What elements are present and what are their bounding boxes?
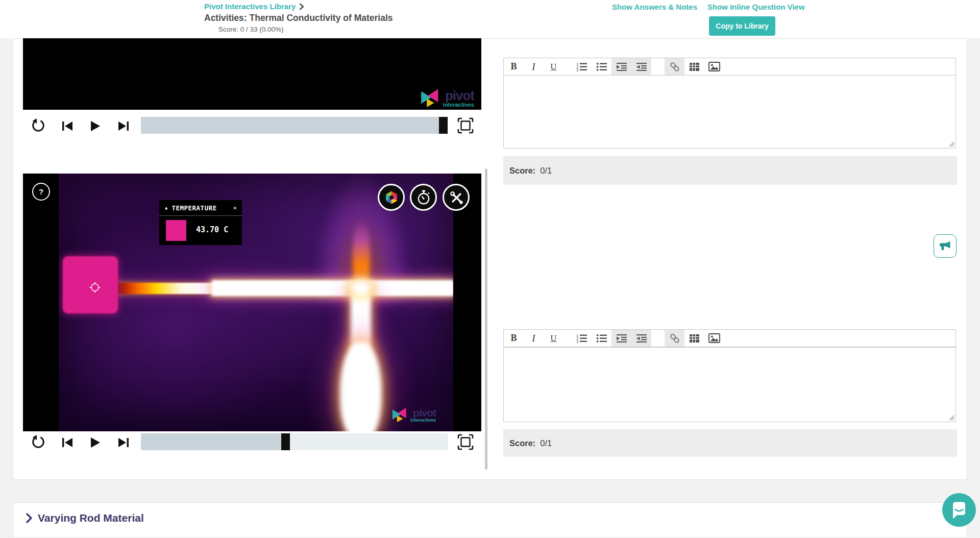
play-button[interactable]	[88, 119, 102, 134]
unordered-list-button[interactable]	[592, 330, 611, 347]
resize-handle-icon[interactable]	[949, 415, 954, 421]
color-tools-button[interactable]	[378, 184, 405, 211]
answer-editor[interactable]	[503, 75, 956, 149]
bold-button[interactable]: B	[504, 58, 524, 75]
image-icon	[708, 333, 720, 343]
table-icon	[689, 62, 700, 71]
play-button[interactable]	[88, 436, 102, 451]
chevron-right-icon	[299, 3, 305, 10]
svg-text:3: 3	[576, 340, 578, 344]
temperature-probe-crosshair[interactable]	[89, 282, 101, 293]
question2-score-bar: Score: 0/1	[503, 156, 957, 185]
chat-widget-button[interactable]	[942, 493, 976, 527]
next-frame-icon	[117, 119, 130, 133]
collapse-icon[interactable]: ▲	[165, 205, 167, 210]
ordered-list-button[interactable]: 123	[572, 330, 592, 347]
video-player-thermal[interactable]: ▲ TEMPERATURE ✕ 43.70 C pivot interac	[23, 174, 481, 431]
temperature-overlay[interactable]: ▲ TEMPERATURE ✕ 43.70 C	[159, 200, 242, 245]
indent-button[interactable]	[611, 58, 631, 75]
ordered-list-icon: 123	[576, 62, 587, 71]
activity-score: Score: 0 / 33 (0.00%)	[218, 26, 393, 33]
indent-icon	[616, 334, 627, 343]
seek-bar[interactable]	[141, 117, 448, 134]
ordered-list-button[interactable]: 123	[572, 58, 592, 75]
temperature-overlay-title: TEMPERATURE	[172, 204, 233, 212]
page-title: Activities: Thermal Conductivity of Mate…	[204, 13, 393, 23]
image-button[interactable]	[704, 58, 724, 75]
seek-scrubber[interactable]	[281, 433, 290, 450]
header: Pivot Interactives Library Activities: T…	[0, 0, 980, 38]
question3-score-bar: Score: 0/1	[503, 429, 957, 457]
page: Pivot Interactives Library Activities: T…	[0, 0, 980, 538]
link-icon	[669, 332, 681, 345]
toolbar-spacer	[564, 330, 572, 347]
table-icon	[689, 334, 700, 343]
underline-button[interactable]: U	[544, 330, 564, 347]
outdent-button[interactable]	[631, 330, 651, 347]
read-aloud-button[interactable]	[934, 234, 957, 258]
seek-bar[interactable]	[141, 433, 448, 450]
restart-icon	[30, 118, 45, 133]
temperature-reading: 43.70 C	[196, 225, 228, 234]
left-pane-scrollbar[interactable]	[485, 168, 487, 470]
video-controls-top	[23, 116, 481, 136]
section-title: Varying Rod Material	[38, 512, 144, 524]
breadcrumb[interactable]: Pivot Interactives Library	[204, 2, 393, 11]
table-button[interactable]	[684, 330, 704, 347]
seek-scrubber[interactable]	[439, 117, 448, 134]
tools-icon	[449, 190, 464, 205]
stopwatch-button[interactable]	[410, 184, 437, 211]
next-frame-button[interactable]	[117, 119, 130, 134]
bold-button[interactable]: B	[504, 330, 524, 347]
image-icon	[708, 62, 720, 71]
unordered-list-icon	[596, 62, 607, 71]
ordered-list-icon: 123	[576, 333, 587, 343]
play-icon	[88, 119, 102, 133]
previous-frame-icon	[61, 436, 74, 449]
copy-to-library-button[interactable]: Copy to Library	[709, 16, 775, 36]
watermark-subtext: interactives	[443, 102, 474, 108]
unordered-list-button[interactable]	[592, 58, 611, 75]
italic-button[interactable]: I	[524, 58, 544, 75]
video-player-top[interactable]: pivot interactives	[23, 38, 481, 110]
watermark-subtext: interactives	[410, 418, 436, 423]
outdent-button[interactable]	[631, 58, 651, 75]
toolbar-spacer	[651, 58, 665, 75]
stopwatch-icon	[415, 189, 432, 206]
section-header-varying-rod-material[interactable]: Varying Rod Material	[26, 512, 144, 524]
score-value: 0/1	[540, 438, 552, 448]
play-icon	[88, 436, 102, 449]
previous-frame-button[interactable]	[61, 436, 74, 451]
restart-icon	[30, 434, 45, 450]
link-button[interactable]	[665, 58, 684, 75]
indent-button[interactable]	[611, 330, 631, 347]
indent-icon	[616, 62, 627, 71]
color-wheel-icon	[384, 190, 399, 205]
unordered-list-icon	[596, 333, 607, 343]
resize-handle-icon[interactable]	[949, 141, 954, 147]
seek-bar-fill	[141, 433, 281, 450]
underline-button[interactable]: U	[544, 58, 564, 75]
link-button[interactable]	[665, 330, 684, 347]
close-icon[interactable]: ✕	[233, 204, 237, 211]
fullscreen-button[interactable]	[457, 433, 474, 452]
fullscreen-button[interactable]	[457, 117, 474, 136]
metal-rod-hot-section	[212, 280, 453, 296]
image-button[interactable]	[704, 330, 724, 347]
restart-button[interactable]	[30, 434, 45, 451]
show-answers-link[interactable]: Show Answers & Notes	[612, 3, 697, 11]
temperature-overlay-header[interactable]: ▲ TEMPERATURE ✕	[159, 200, 242, 215]
table-button[interactable]	[684, 58, 704, 75]
previous-frame-button[interactable]	[61, 119, 74, 134]
answer-editor[interactable]	[503, 347, 956, 422]
score-label: Score:	[509, 166, 535, 176]
show-inline-question-view-link[interactable]: Show Inline Question View	[707, 3, 805, 11]
breadcrumb-label[interactable]: Pivot Interactives Library	[204, 2, 296, 11]
next-frame-button[interactable]	[117, 436, 130, 451]
italic-button[interactable]: I	[524, 330, 544, 347]
help-button[interactable]: ?	[32, 183, 50, 201]
restart-button[interactable]	[30, 118, 45, 135]
tools-button[interactable]	[443, 184, 470, 211]
outdent-icon	[636, 62, 647, 71]
link-icon	[669, 61, 681, 73]
